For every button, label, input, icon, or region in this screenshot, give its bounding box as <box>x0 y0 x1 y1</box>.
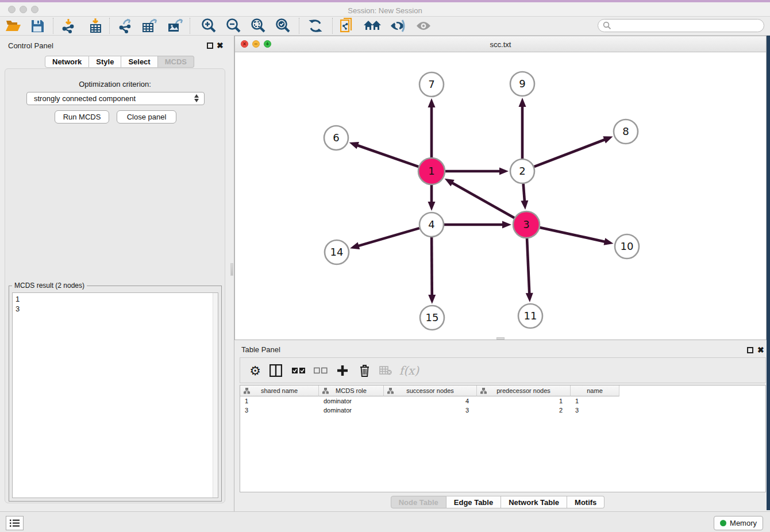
tab-motifs[interactable]: Motifs <box>567 496 605 508</box>
edge-arrow-3-10 <box>604 238 614 245</box>
table-panel-float-icon[interactable] <box>747 345 753 356</box>
table-panel-close-icon[interactable]: ✖ <box>757 345 764 355</box>
deselect-all-icon[interactable] <box>311 361 330 380</box>
refresh-view-icon[interactable] <box>306 17 325 34</box>
splitter-handle[interactable] <box>230 263 233 276</box>
show-columns-icon[interactable] <box>267 361 285 380</box>
edge-2-3[interactable] <box>523 184 525 202</box>
column-header-name[interactable]: name <box>571 385 619 396</box>
edge-arrow-4-14 <box>350 242 360 249</box>
delete-table-icon[interactable] <box>376 361 395 380</box>
table-cell[interactable]: 1 <box>240 396 319 406</box>
tab-network[interactable]: Network <box>45 56 89 68</box>
close-panel-button[interactable]: Close panel <box>117 110 176 124</box>
control-panel-tabs: NetworkStyleSelectMCDS <box>45 56 194 68</box>
copy-network-icon[interactable] <box>337 17 357 34</box>
export-network-icon[interactable] <box>116 17 135 34</box>
delete-column-icon[interactable] <box>355 361 374 380</box>
export-table-icon[interactable] <box>140 17 160 34</box>
add-column-icon[interactable] <box>333 361 352 380</box>
mcds-result-title: MCDS result (2 nodes) <box>12 282 87 290</box>
network-resize-handle[interactable] <box>496 337 505 340</box>
edge-2-8[interactable] <box>534 139 606 167</box>
apply-function-icon[interactable]: f(x) <box>396 361 422 380</box>
tab-edge-table[interactable]: Edge Table <box>446 496 501 508</box>
control-panel-close-icon[interactable]: ✖ <box>217 40 224 51</box>
memory-button[interactable]: Memory <box>714 516 763 530</box>
hide-selected-icon[interactable] <box>388 17 407 34</box>
network-window-titlebar[interactable]: × − + scc.txt <box>235 36 766 52</box>
graph-node-label-8: 8 <box>622 125 629 137</box>
edge-4-14[interactable] <box>357 228 419 246</box>
graph-node-label-3: 3 <box>523 218 529 230</box>
tab-style[interactable]: Style <box>89 56 121 68</box>
network-view-window: × − + scc.txt 7968124314101511 <box>234 36 767 340</box>
tab-node-table[interactable]: Node Table <box>391 496 446 508</box>
table-cell[interactable]: 2 <box>477 406 571 415</box>
column-header-MCDS-role[interactable]: MCDS role <box>319 385 384 396</box>
main-toolbar <box>0 17 770 36</box>
table-cell[interactable]: dominator <box>319 406 384 415</box>
table-row[interactable]: 3dominator323 <box>240 406 765 415</box>
node-table[interactable]: shared nameMCDS rolesuccessor nodesprede… <box>240 385 766 492</box>
control-panel-float-icon[interactable] <box>207 41 213 51</box>
optimization-criterion-select[interactable]: strongly connected component <box>26 92 205 105</box>
optimization-criterion-label: Optimization criterion: <box>5 80 225 88</box>
table-settings-gear-icon[interactable]: ⚙ <box>246 361 264 380</box>
table-panel: Table Panel ✖ ⚙ f(x) shared nameMCDS rol… <box>234 342 767 510</box>
table-cell[interactable]: 4 <box>384 396 477 406</box>
graph-node-label-10: 10 <box>621 240 634 252</box>
toolbar-separator <box>299 18 299 34</box>
mcds-result-group: MCDS result (2 nodes) 13 <box>9 286 222 502</box>
search-input[interactable] <box>598 19 764 32</box>
table-panel-tabs: Node TableEdge TableNetwork TableMotifs <box>234 496 761 508</box>
run-mcds-button[interactable]: Run MCDS <box>55 110 109 124</box>
import-network-icon[interactable] <box>59 17 78 34</box>
zoom-in-icon[interactable] <box>199 17 218 34</box>
first-neighbors-icon[interactable] <box>363 17 382 34</box>
result-scrollbar[interactable] <box>213 293 218 498</box>
edge-3-10[interactable] <box>540 228 606 242</box>
column-header-successor-nodes[interactable]: successor nodes <box>384 385 477 396</box>
toolbar-separator <box>190 18 190 34</box>
column-header-predecessor-nodes[interactable]: predecessor nodes <box>477 385 571 396</box>
tab-mcds[interactable]: MCDS <box>158 56 194 68</box>
table-cell[interactable]: 3 <box>384 406 477 415</box>
table-cell[interactable]: dominator <box>319 396 384 406</box>
export-image-icon[interactable] <box>165 17 185 34</box>
open-session-icon[interactable] <box>3 17 23 34</box>
edge-3-11[interactable] <box>527 238 529 295</box>
search-icon <box>603 21 611 30</box>
graph-node-label-2: 2 <box>519 165 525 177</box>
graph-node-label-1: 1 <box>428 165 434 177</box>
save-session-icon[interactable] <box>28 17 47 34</box>
edge-3-1[interactable] <box>451 182 514 218</box>
vertical-splitter[interactable] <box>230 36 234 511</box>
edge-1-6[interactable] <box>356 145 418 167</box>
mcds-result-textarea[interactable]: 13 <box>12 292 218 498</box>
tab-network-table[interactable]: Network Table <box>501 496 567 508</box>
table-cell[interactable]: 3 <box>571 406 619 415</box>
edge-4-15[interactable] <box>432 237 432 296</box>
list-icon <box>10 519 20 527</box>
toolbar-separator <box>332 18 333 34</box>
zoom-out-icon[interactable] <box>224 17 243 34</box>
control-panel: Control Panel ✖ NetworkStyleSelectMCDS O… <box>0 36 230 511</box>
table-cell[interactable]: 1 <box>571 396 619 406</box>
show-all-icon[interactable] <box>414 17 433 34</box>
edge-arrow-1-2 <box>499 168 509 175</box>
table-cell[interactable]: 1 <box>477 396 571 406</box>
table-cell[interactable]: 3 <box>240 406 319 415</box>
task-history-button[interactable] <box>6 516 24 530</box>
edge-arrow-4-15 <box>428 295 436 304</box>
table-row[interactable]: 1dominator411 <box>240 396 765 406</box>
zoom-selected-icon[interactable] <box>273 17 292 34</box>
select-all-icon[interactable] <box>290 361 308 380</box>
edge-arrow-1-6 <box>349 142 359 149</box>
tab-select[interactable]: Select <box>121 56 157 68</box>
zoom-fit-icon[interactable] <box>248 17 268 34</box>
graph-node-label-4: 4 <box>428 218 434 230</box>
network-canvas[interactable]: 7968124314101511 <box>235 52 766 340</box>
import-table-icon[interactable] <box>86 17 105 34</box>
column-header-shared-name[interactable]: shared name <box>240 385 319 396</box>
